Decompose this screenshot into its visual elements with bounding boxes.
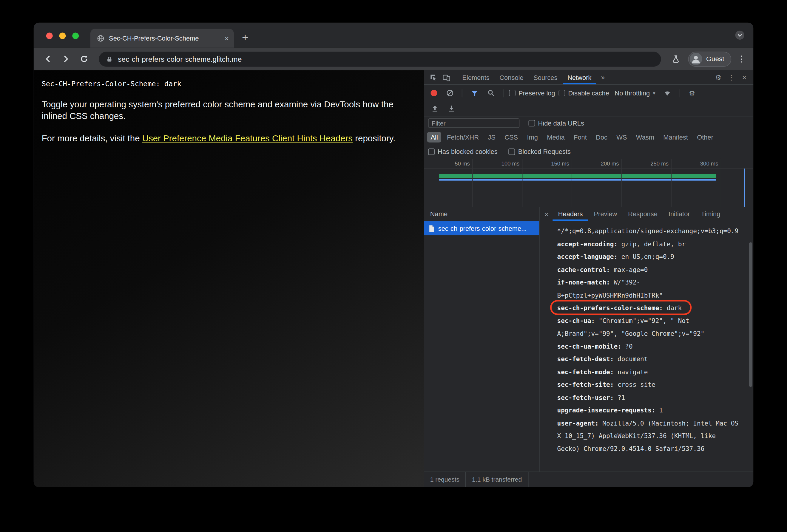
overview-bar-blue [439, 179, 716, 181]
timeline-gridline [472, 159, 473, 207]
preserve-log-checkbox[interactable]: Preserve log [509, 89, 555, 96]
search-icon[interactable] [485, 87, 497, 99]
checkbox-box[interactable] [509, 90, 515, 96]
request-row[interactable]: sec-ch-prefers-color-scheme... [424, 221, 539, 235]
detail-tab-timing[interactable]: Timing [696, 207, 726, 221]
url-text: sec-ch-prefers-color-scheme.glitch.me [118, 55, 242, 63]
devtools-close-icon[interactable]: × [738, 71, 751, 83]
headers-list: */*;q=0.8,application/signed-exchange;v=… [540, 221, 753, 472]
close-window-button[interactable] [46, 32, 53, 39]
filter-pill-js[interactable]: JS [485, 132, 499, 142]
forward-button[interactable] [58, 51, 74, 66]
timeline-gridline [671, 159, 672, 207]
hide-data-urls-checkbox[interactable]: Hide data URLs [529, 119, 584, 127]
detail-tab-preview[interactable]: Preview [588, 207, 623, 221]
checkbox-box[interactable] [428, 148, 435, 155]
browser-menu-button[interactable]: ⋮ [736, 54, 747, 64]
import-har-icon[interactable] [428, 103, 441, 114]
paragraph-text: For more details, visit the [42, 133, 142, 143]
devtools-menu-icon[interactable]: ⋮ [725, 71, 738, 83]
request-name: sec-ch-prefers-color-scheme... [438, 225, 527, 232]
close-detail-icon[interactable]: × [540, 207, 553, 221]
detail-tab-initiator[interactable]: Initiator [663, 207, 696, 221]
address-bar[interactable]: sec-ch-prefers-color-scheme.glitch.me [99, 51, 661, 66]
filter-pill-doc[interactable]: Doc [592, 132, 611, 142]
record-network-log-button[interactable] [430, 90, 437, 96]
network-conditions-icon[interactable] [661, 87, 674, 99]
clear-network-log-icon[interactable] [443, 87, 456, 99]
filter-pill-ws[interactable]: WS [613, 132, 630, 142]
filter-funnel-icon[interactable] [468, 87, 481, 99]
detail-tab-headers[interactable]: Headers [553, 207, 588, 221]
header-name: upgrade-insecure-requests: [557, 406, 655, 414]
repo-link[interactable]: User Preference Media Features Client Hi… [142, 133, 353, 143]
reload-button[interactable] [76, 51, 92, 66]
filter-pill-all[interactable]: All [427, 132, 442, 142]
more-panels-icon[interactable]: » [596, 73, 609, 82]
timeline-tick-label: 150 ms [539, 160, 569, 167]
new-tab-button[interactable]: + [242, 32, 249, 43]
devtools-settings-icon[interactable]: ⚙ [712, 71, 725, 83]
checkbox-label: Preserve log [518, 89, 555, 96]
flask-icon[interactable] [668, 51, 684, 66]
blocked-requests-checkbox[interactable]: Blocked Requests [509, 148, 571, 155]
header-row: if-none-match: W/"392-B+pCtpzl+pyWUSHMRn… [557, 276, 739, 302]
header-row: user-agent: Mozilla/5.0 (Macintosh; Inte… [557, 417, 739, 455]
devtools-top-bar: ElementsConsoleSourcesNetwork » ⚙ ⋮ × [424, 70, 753, 85]
browser-tab[interactable]: Sec-CH-Prefers-Color-Scheme × [90, 29, 234, 48]
header-row: sec-fetch-dest: document [557, 353, 739, 365]
scrollbar-thumb[interactable] [749, 242, 752, 387]
network-settings-icon[interactable]: ⚙ [685, 87, 699, 99]
filter-pill-fetch-xhr[interactable]: Fetch/XHR [443, 132, 483, 142]
export-har-icon[interactable] [445, 103, 458, 114]
filter-pill-img[interactable]: Img [524, 132, 541, 142]
timeline-tick-label: 300 ms [688, 160, 718, 167]
filter-pill-font[interactable]: Font [570, 132, 590, 142]
minimize-window-button[interactable] [59, 32, 66, 39]
back-button[interactable] [40, 51, 56, 66]
page-paragraph-2: For more details, visit the User Prefere… [42, 133, 416, 144]
name-column-header[interactable]: Name [424, 207, 539, 221]
filter-pill-other[interactable]: Other [693, 132, 717, 142]
desktop: Sec-CH-Prefers-Color-Scheme × + [0, 0, 787, 532]
detail-tab-response[interactable]: Response [623, 207, 663, 221]
filter-pill-media[interactable]: Media [543, 132, 568, 142]
zoom-window-button[interactable] [72, 32, 79, 39]
header-name: sec-ch-ua: [557, 317, 595, 324]
checkbox-box[interactable] [529, 120, 535, 127]
device-toolbar-icon[interactable] [440, 71, 453, 83]
devtools-tab-sources[interactable]: Sources [528, 70, 562, 84]
request-detail-pane: × HeadersPreviewResponseInitiatorTiming … [540, 207, 753, 472]
throttling-select[interactable]: No throttling ▾ [613, 89, 658, 96]
divider [462, 89, 463, 97]
devtools-tab-elements[interactable]: Elements [458, 70, 495, 84]
window-content: Sec-CH-Prefers-Color-Scheme: dark Toggle… [34, 70, 753, 487]
has-blocked-cookies-checkbox[interactable]: Has blocked cookies [428, 148, 497, 155]
inspect-element-icon[interactable] [427, 71, 440, 83]
filter-pill-wasm[interactable]: Wasm [633, 132, 658, 142]
devtools-tab-console[interactable]: Console [495, 70, 529, 84]
checkbox-label: Hide data URLs [538, 119, 584, 127]
tab-close-icon[interactable]: × [224, 34, 229, 42]
network-filter-row: Hide data URLs [424, 116, 753, 130]
filter-input[interactable] [428, 118, 519, 128]
timeline-tick-label: 200 ms [589, 160, 619, 167]
disable-cache-checkbox[interactable]: Disable cache [558, 89, 609, 96]
network-status-bar: 1 requests 1.1 kB transferred [424, 471, 753, 487]
network-overview[interactable]: 50 ms100 ms150 ms200 ms250 ms300 ms [424, 159, 753, 207]
devtools-tab-network[interactable]: Network [562, 70, 596, 84]
header-row: */*;q=0.8,application/signed-exchange;v=… [557, 225, 739, 238]
filter-pill-css[interactable]: CSS [501, 132, 522, 142]
divider [455, 73, 455, 82]
profile-chip[interactable]: Guest [688, 51, 731, 66]
checkbox-box[interactable] [509, 148, 515, 155]
filter-pill-manifest[interactable]: Manifest [660, 132, 691, 142]
timeline-tick-label: 250 ms [638, 160, 668, 167]
page-content: Sec-CH-Prefers-Color-Scheme: dark Toggle… [34, 70, 424, 487]
timeline-gridline [572, 159, 572, 207]
devtools-panel: ElementsConsoleSourcesNetwork » ⚙ ⋮ × [424, 70, 753, 487]
tab-search-button[interactable] [735, 30, 745, 40]
transferred-size: 1.1 kB transferred [466, 472, 528, 487]
checkbox-box[interactable] [558, 90, 565, 96]
header-name: accept-encoding: [557, 240, 618, 247]
